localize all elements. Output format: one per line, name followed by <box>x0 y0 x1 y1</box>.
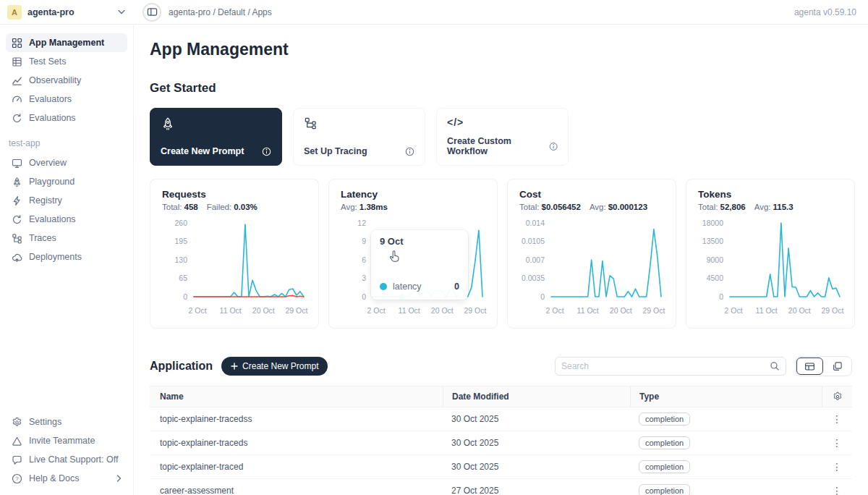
svg-text:20 Oct: 20 Oct <box>252 306 275 315</box>
svg-text:29 Oct: 29 Oct <box>285 306 307 315</box>
search-input[interactable] <box>561 361 770 371</box>
table-row[interactable]: topic-explainer-traceds 30 Oct 2025 comp… <box>150 431 852 455</box>
svg-text:?: ? <box>15 475 19 482</box>
question-circle-icon: ? <box>12 473 22 484</box>
breadcrumb[interactable]: agenta-pro / Default / Apps <box>169 7 272 17</box>
create-custom-workflow-card[interactable]: </> Create Custom Workflow <box>436 108 569 166</box>
svg-text:9000: 9000 <box>707 255 724 264</box>
tokens-chart[interactable]: 04500900013500180002 Oct11 Oct20 Oct29 O… <box>698 216 843 323</box>
get-started-cards: Create New Prompt Set Up Tracing </> Cre… <box>150 108 852 166</box>
tooltip-series: latency <box>393 282 422 292</box>
column-header-name[interactable]: Name <box>150 386 443 407</box>
svg-text:0: 0 <box>362 292 366 301</box>
svg-text:2 Oct: 2 Oct <box>367 306 386 315</box>
row-more-button[interactable]: ⋮ <box>826 411 848 427</box>
metrics-cards: Requests Total:458 Failed:0.03% 06513019… <box>150 179 852 329</box>
gear-icon <box>12 417 22 428</box>
series-dot <box>380 283 387 290</box>
table-icon <box>12 56 22 67</box>
svg-text:20 Oct: 20 Oct <box>788 306 811 315</box>
create-new-prompt-button[interactable]: Create New Prompt <box>221 357 328 376</box>
trace-tree-icon <box>304 117 318 130</box>
row-more-button[interactable]: ⋮ <box>826 435 848 451</box>
sidebar-item-invite-teammate[interactable]: Invite Teammate <box>6 431 127 450</box>
table-row[interactable]: career-assessment 27 Oct 2025 completion… <box>150 479 852 495</box>
app-date-modified: 30 Oct 2025 <box>443 407 630 431</box>
sidebar-bottom: Settings Invite Teammate Live Chat Suppo… <box>6 412 127 488</box>
sidebar-item-settings[interactable]: Settings <box>6 412 127 431</box>
create-new-prompt-card[interactable]: Create New Prompt <box>150 108 282 166</box>
svg-text:260: 260 <box>174 219 187 227</box>
app-name: topic-explainer-traced <box>150 455 443 478</box>
sidebar-item-app-evaluations[interactable]: Evaluations <box>6 210 127 229</box>
info-icon[interactable] <box>405 147 414 156</box>
monitor-icon <box>12 158 22 169</box>
sidebar-item-app-management[interactable]: App Management <box>6 33 127 52</box>
plus-icon <box>231 363 238 370</box>
triangle-icon <box>12 436 22 447</box>
tooltip-date: 9 Oct <box>380 236 459 247</box>
set-up-tracing-card[interactable]: Set Up Tracing <box>293 108 425 166</box>
row-more-button[interactable]: ⋮ <box>826 459 848 475</box>
workspace-name: agenta-pro <box>27 7 112 17</box>
sidebar-item-help-docs[interactable]: ? Help & Docs <box>6 469 127 488</box>
column-settings-button[interactable] <box>822 386 852 407</box>
sidebar-item-live-chat[interactable]: Live Chat Support: Off <box>6 450 127 469</box>
sidebar-item-observability[interactable]: Observability <box>6 71 127 90</box>
info-icon[interactable] <box>262 147 271 156</box>
main-content: App Management Get Started Create New Pr… <box>134 25 868 495</box>
svg-text:2 Oct: 2 Oct <box>725 306 743 315</box>
svg-text:65: 65 <box>179 274 187 282</box>
info-icon[interactable] <box>549 142 558 151</box>
sidebar-item-overview[interactable]: Overview <box>6 153 127 172</box>
table-row[interactable]: topic-explainer-traced 30 Oct 2025 compl… <box>150 455 852 479</box>
app-name: career-assessment <box>150 479 443 495</box>
page-title: App Management <box>150 40 852 59</box>
sidebar-item-traces[interactable]: Traces <box>6 229 127 248</box>
sidebar: App Management Test Sets Observability E… <box>0 25 134 495</box>
svg-text:0.0105: 0.0105 <box>522 237 545 245</box>
sidebar-item-evaluators[interactable]: Evaluators <box>6 90 127 109</box>
svg-text:29 Oct: 29 Oct <box>821 306 843 315</box>
sidebar-toggle-button[interactable] <box>142 3 161 22</box>
chevron-down-icon <box>118 9 125 14</box>
sidebar-item-registry[interactable]: Registry <box>6 191 127 210</box>
table-row[interactable]: topic-explainer-tracedss 30 Oct 2025 com… <box>150 407 852 431</box>
svg-text:12: 12 <box>357 219 366 227</box>
svg-text:11 Oct: 11 Oct <box>220 306 242 315</box>
svg-text:0: 0 <box>719 292 723 301</box>
svg-text:6: 6 <box>362 255 366 264</box>
svg-text:130: 130 <box>174 255 187 264</box>
get-started-heading: Get Started <box>150 81 852 96</box>
column-header-date-modified[interactable]: Date Modified <box>443 386 630 407</box>
sidebar-item-test-sets[interactable]: Test Sets <box>6 52 127 71</box>
code-icon: </> <box>447 117 558 128</box>
search-icon <box>770 361 780 371</box>
rocket-icon <box>12 177 22 187</box>
sidebar-item-playground[interactable]: Playground <box>6 172 127 191</box>
app-date-modified: 27 Oct 2025 <box>443 479 630 495</box>
sidebar-item-deployments[interactable]: Deployments <box>6 248 127 266</box>
svg-text:195: 195 <box>174 237 187 245</box>
table-header: Name Date Modified Type <box>150 386 852 407</box>
sidebar-item-evaluations[interactable]: Evaluations <box>6 109 127 127</box>
trace-tree-icon <box>12 233 22 244</box>
cost-chart[interactable]: 00.00350.0070.01050.0142 Oct11 Oct20 Oct… <box>519 216 664 323</box>
svg-text:2 Oct: 2 Oct <box>546 306 564 315</box>
chart-line-icon <box>12 75 22 86</box>
table-view-button[interactable] <box>796 358 823 375</box>
tooltip-value: 0 <box>454 282 459 292</box>
app-name: topic-explainer-traceds <box>150 431 443 454</box>
svg-text:0.007: 0.007 <box>526 255 545 264</box>
requests-chart[interactable]: 0651301952602 Oct11 Oct20 Oct29 Oct <box>162 216 307 323</box>
chart-tooltip: 9 Oct latency 0 <box>371 230 468 300</box>
svg-text:3: 3 <box>362 274 366 282</box>
rocket-icon <box>161 117 175 131</box>
panel-collapse-icon <box>147 7 158 17</box>
workspace-selector[interactable]: A agenta-pro <box>0 5 134 20</box>
row-more-button[interactable]: ⋮ <box>826 483 848 495</box>
card-view-button[interactable] <box>824 358 851 375</box>
sidebar-section-label: test-app <box>9 138 127 148</box>
search-box <box>555 357 786 376</box>
column-header-type[interactable]: Type <box>630 386 822 407</box>
